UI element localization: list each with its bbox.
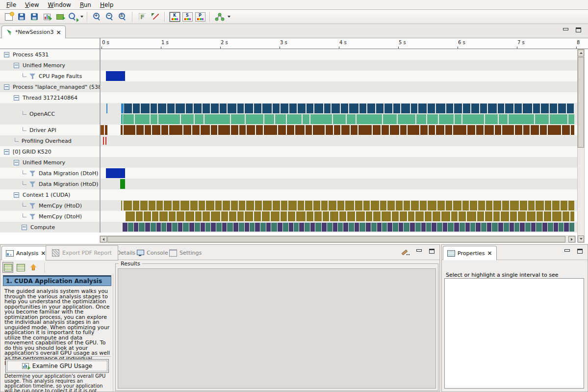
timeline-interval[interactable] — [194, 104, 202, 113]
zoom-out-button[interactable]: − — [104, 11, 116, 23]
timeline-interval[interactable] — [183, 125, 191, 135]
timeline-interval[interactable] — [144, 211, 151, 221]
timeline-interval[interactable] — [531, 223, 536, 232]
timeline-interval[interactable] — [425, 211, 432, 221]
timeline-interval[interactable] — [404, 201, 410, 210]
timeline-interval[interactable] — [215, 201, 222, 210]
timeline-interval[interactable] — [533, 104, 540, 113]
timeline-interval[interactable] — [426, 223, 431, 232]
timeline-interval[interactable] — [136, 211, 143, 221]
timeline-interval[interactable] — [428, 201, 436, 210]
timeline-interval[interactable] — [245, 223, 249, 232]
timeline-interval[interactable] — [223, 201, 230, 210]
timeline-interval[interactable] — [343, 223, 348, 232]
timeline-interval[interactable] — [246, 201, 254, 210]
timeline-interval[interactable] — [307, 104, 313, 113]
timeline-interval[interactable] — [439, 114, 454, 124]
timeline-row-label[interactable]: Unified Memory — [0, 60, 100, 71]
timeline-interval[interactable] — [550, 104, 557, 113]
timeline-interval[interactable] — [358, 125, 372, 135]
timeline-interval[interactable] — [105, 125, 107, 135]
timeline-interval[interactable] — [562, 125, 570, 135]
timeline-interval[interactable] — [203, 104, 210, 113]
timeline-track[interactable] — [101, 60, 577, 71]
timeline-interval[interactable] — [552, 201, 560, 210]
timeline-interval[interactable] — [415, 211, 424, 221]
timeline-interval[interactable] — [514, 223, 519, 232]
timeline-interval[interactable] — [400, 211, 407, 221]
timeline-row-label[interactable]: Compute — [0, 222, 100, 233]
timeline-interval[interactable] — [544, 211, 551, 221]
timeline-interval[interactable] — [220, 104, 227, 113]
timeline-interval[interactable] — [158, 114, 180, 124]
timeline-interval[interactable] — [228, 104, 236, 113]
timeline-interval[interactable] — [400, 125, 407, 135]
timeline-interval[interactable] — [287, 125, 294, 135]
timeline-interval[interactable] — [514, 104, 522, 113]
horizontal-scroll-thumb[interactable] — [107, 236, 565, 242]
timeline-interval[interactable] — [465, 223, 470, 232]
timeline-interval[interactable] — [262, 211, 270, 221]
close-icon[interactable]: × — [487, 251, 492, 256]
timeline-interval[interactable] — [181, 114, 194, 124]
timeline-interval[interactable] — [255, 201, 262, 210]
timeline-interval[interactable] — [271, 211, 280, 221]
timeline-track[interactable] — [101, 179, 577, 189]
timeline-interval[interactable] — [416, 114, 426, 124]
timeline-interval[interactable] — [327, 223, 332, 232]
minimize-icon[interactable] — [564, 249, 569, 253]
timeline-interval[interactable] — [463, 104, 470, 113]
timeline-interval[interactable] — [307, 211, 313, 221]
timeline-interval[interactable] — [454, 223, 459, 232]
timeline-interval[interactable] — [510, 201, 519, 210]
timeline-interval[interactable] — [310, 114, 332, 124]
timeline-interval[interactable] — [326, 125, 333, 135]
timeline-interval[interactable] — [195, 114, 204, 124]
close-icon[interactable]: × — [56, 30, 61, 35]
timeline-interval[interactable] — [255, 223, 260, 232]
timeline-interval[interactable] — [239, 201, 245, 210]
scroll-right-button[interactable] — [568, 236, 575, 242]
timeline-interval[interactable] — [106, 104, 107, 113]
timeline-interval[interactable] — [393, 223, 398, 232]
dependency-dropdown-icon[interactable] — [228, 16, 230, 18]
timeline-interval[interactable] — [149, 201, 155, 210]
timeline-interval[interactable] — [338, 223, 343, 232]
timeline-interval[interactable] — [445, 125, 452, 135]
timeline-interval[interactable] — [421, 223, 426, 232]
timeline-interval[interactable] — [429, 125, 435, 135]
timeline-interval[interactable] — [525, 223, 531, 232]
timeline-interval[interactable] — [180, 201, 189, 210]
timeline-interval[interactable] — [554, 223, 558, 232]
timeline-interval[interactable] — [289, 223, 293, 232]
zoom-tool-dropdown-icon[interactable] — [80, 16, 83, 18]
timeline-row-label[interactable]: MemCpy (HtoD) — [0, 200, 100, 211]
timeline-interval[interactable] — [177, 211, 184, 221]
timeline-interval[interactable] — [351, 125, 358, 135]
timeline-interval[interactable] — [481, 223, 486, 232]
timeline-interval[interactable] — [321, 201, 328, 210]
timeline-interval[interactable] — [504, 223, 509, 232]
timeline-track[interactable] — [101, 103, 577, 125]
timeline-interval[interactable] — [392, 211, 399, 221]
timeline-interval[interactable] — [185, 211, 194, 221]
timeline-interval[interactable] — [467, 211, 476, 221]
timeline-interval[interactable] — [502, 201, 509, 210]
timeline-interval[interactable] — [229, 211, 236, 221]
timeline-interval[interactable] — [218, 125, 230, 135]
maximize-icon[interactable] — [429, 249, 435, 254]
timeline-interval[interactable] — [441, 211, 450, 221]
timeline-interval[interactable] — [487, 223, 491, 232]
timeline-interval[interactable] — [561, 201, 567, 210]
minimize-icon[interactable] — [563, 27, 568, 31]
timeline-interval[interactable] — [101, 125, 104, 135]
timeline-row-label[interactable]: Data Migration (DtoH) — [0, 168, 100, 179]
timeline-interval[interactable] — [548, 223, 553, 232]
timeline-interval[interactable] — [271, 223, 277, 232]
timeline-interval[interactable] — [523, 104, 532, 113]
timeline-interval[interactable] — [287, 114, 302, 124]
timeline-interval[interactable] — [559, 223, 563, 232]
timeline-interval[interactable] — [337, 201, 344, 210]
timeline-interval[interactable] — [446, 104, 453, 113]
timeline-interval[interactable] — [420, 201, 427, 210]
